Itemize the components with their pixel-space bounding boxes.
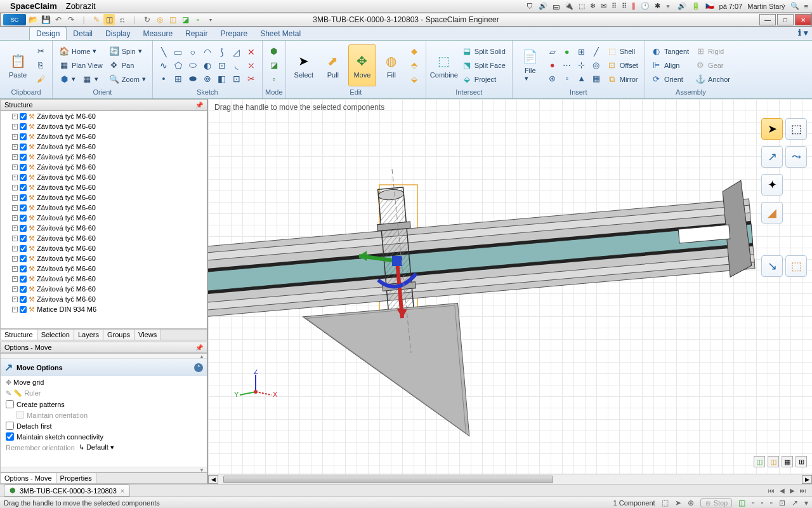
tray-icon[interactable]: ∥ [632, 2, 636, 10]
tray-icon[interactable]: ⠿ [612, 2, 617, 10]
tree-row[interactable]: +⚒Závitová tyč M6-60 [1, 111, 207, 121]
status-icon[interactable]: ↗ [792, 498, 798, 507]
createpatterns-checkbox[interactable]: Create patterns [6, 400, 202, 408]
qat-icon[interactable]: ↻ [141, 14, 153, 25]
box-icon[interactable]: ▫ [560, 72, 574, 85]
nav-first[interactable]: ⏮ [766, 487, 776, 494]
visibility-checkbox[interactable] [20, 113, 27, 120]
expand-icon[interactable]: + [12, 175, 18, 180]
tree-row[interactable]: +⚒Závitová tyč M6-60 [1, 203, 207, 213]
expand-icon[interactable]: + [12, 124, 18, 130]
tree-row[interactable]: +⚒Závitová tyč M6-60 [1, 142, 207, 152]
box-select-tool[interactable]: ⬚ [785, 118, 807, 140]
fill-button[interactable]: ◍Fill [377, 44, 405, 86]
scroll-right[interactable]: ▶ [802, 475, 812, 484]
pin-icon[interactable]: 📌 [195, 344, 203, 351]
edit-tool2[interactable]: ⬘ [407, 59, 422, 72]
expand-icon[interactable]: + [12, 225, 18, 231]
scroll-left[interactable]: ◀ [208, 475, 218, 484]
trim-icon[interactable]: ✕ [244, 46, 258, 58]
expand-icon[interactable]: + [12, 297, 18, 302]
home-button[interactable]: 🏠Home ▾ [56, 45, 105, 58]
tray-icon[interactable]: 🔊 [539, 2, 547, 10]
status-icon[interactable]: ⊕ [688, 498, 694, 507]
qat-icon[interactable]: ◎ [154, 14, 166, 25]
tab-selection[interactable]: Selection [37, 330, 74, 340]
expand-icon[interactable]: + [12, 114, 18, 119]
component-tool[interactable]: ⬚ [785, 255, 807, 277]
pin-icon[interactable]: 📌 [195, 102, 203, 109]
expand-icon[interactable]: + [12, 246, 18, 251]
open-icon[interactable]: 📂 [27, 14, 39, 25]
circular-icon[interactable]: ⊛ [546, 72, 560, 85]
paste-button[interactable]: 📋 Paste [4, 44, 32, 86]
save-icon[interactable]: 💾 [40, 14, 51, 25]
tray-flag-icon[interactable]: 🇨🇿 [705, 2, 714, 10]
close-tab-icon[interactable]: × [121, 487, 124, 495]
splitsolid-button[interactable]: ⬓Split Solid [459, 45, 508, 58]
line-icon[interactable]: ╲ [157, 46, 171, 58]
visibility-checkbox[interactable] [20, 154, 27, 161]
tray-icon[interactable]: 🔋 [691, 2, 700, 10]
nav-prev[interactable]: ◀ [778, 487, 787, 494]
circle-icon[interactable]: ○ [186, 46, 200, 58]
rigid-button[interactable]: ⊞Rigid [693, 45, 733, 58]
viewport[interactable]: Drag the handle to move the selected com… [208, 99, 812, 484]
upto-tool[interactable]: ↘ [761, 255, 783, 277]
combine-button[interactable]: ⬚Combine [430, 44, 458, 86]
visibility-checkbox[interactable] [20, 133, 27, 140]
curve-tool[interactable]: ⤳ [785, 146, 807, 168]
arc-icon[interactable]: ⟆ [215, 46, 229, 58]
visibility-checkbox[interactable] [20, 194, 27, 201]
tree-row[interactable]: +⚒Závitová tyč M6-60 [1, 264, 207, 274]
construction-icon[interactable]: ⊡ [215, 59, 229, 72]
tab-properties[interactable]: Properties [56, 473, 96, 483]
mode-section-button[interactable]: ◪ [266, 59, 282, 72]
visibility-checkbox[interactable] [20, 255, 27, 262]
tab-layers[interactable]: Layers [74, 330, 103, 340]
zoom-button[interactable]: 🔍Zoom ▾ [107, 73, 148, 86]
minimize-button[interactable]: — [759, 14, 776, 25]
spin-button[interactable]: 🔄Spin ▾ [107, 45, 148, 58]
tray-icon[interactable]: ᯤ [665, 3, 672, 10]
edit-tool3[interactable]: ⬙ [407, 73, 422, 86]
visibility-checkbox[interactable] [20, 245, 27, 252]
tab-measure[interactable]: Measure [136, 27, 179, 40]
tree-row[interactable]: +⚒Závitová tyč M6-60 [1, 182, 207, 192]
project-button[interactable]: ⬙Project [459, 73, 508, 86]
anchor-tool[interactable]: ◢ [761, 202, 783, 224]
tree-row[interactable]: +⚒Závitová tyč M6-60 [1, 253, 207, 264]
select-button[interactable]: ➤Select [290, 44, 318, 86]
nav-last[interactable]: ⏭ [798, 487, 808, 494]
tab-sheetmetal[interactable]: Sheet Metal [254, 27, 307, 40]
expand-icon[interactable]: + [12, 256, 18, 262]
file-button[interactable]: 📄File▾ [516, 44, 544, 86]
mode-sketch-button[interactable]: ▫ [266, 73, 282, 86]
expand-icon[interactable]: + [12, 307, 18, 312]
visibility-checkbox[interactable] [20, 265, 27, 272]
expand-icon[interactable]: + [12, 205, 18, 211]
mirror-button[interactable]: ⧉Mirror [605, 73, 641, 86]
status-icon[interactable]: ▫ [752, 498, 754, 507]
help-icon[interactable]: ℹ ▾ [798, 28, 808, 37]
status-icon[interactable]: ⬚ [662, 498, 669, 507]
view-button[interactable]: ⬢ ▾ ▦ ▾ [56, 73, 105, 86]
expand-icon[interactable]: + [12, 236, 18, 241]
tray-icon[interactable]: ✱ [655, 2, 660, 10]
spotlight-icon[interactable]: 🔍 [790, 2, 799, 10]
spline-icon[interactable]: ∿ [157, 59, 171, 72]
point-icon[interactable]: • [157, 72, 171, 85]
tab-display[interactable]: Display [99, 27, 136, 40]
visibility-checkbox[interactable] [20, 276, 27, 283]
tab-repair[interactable]: Repair [179, 27, 214, 40]
tree-row[interactable]: +⚒Závitová tyč M6-60 [1, 131, 207, 142]
collapse-icon[interactable]: ˄ [194, 363, 203, 372]
grid2-icon[interactable]: ▦ [589, 72, 603, 85]
visibility-checkbox[interactable] [20, 296, 27, 303]
document-tab[interactable]: ⬢ 3MB-TUB-CEK-0000-3-120803 × [4, 485, 130, 497]
qat-icon[interactable]: ✎ [91, 14, 102, 25]
offset-button[interactable]: ⊡Offset [605, 59, 641, 72]
tab-prepare[interactable]: Prepare [214, 27, 254, 40]
options-section-header[interactable]: ↗ Move Options ˄ [1, 359, 207, 376]
extend-icon[interactable]: ⤫ [244, 59, 258, 72]
